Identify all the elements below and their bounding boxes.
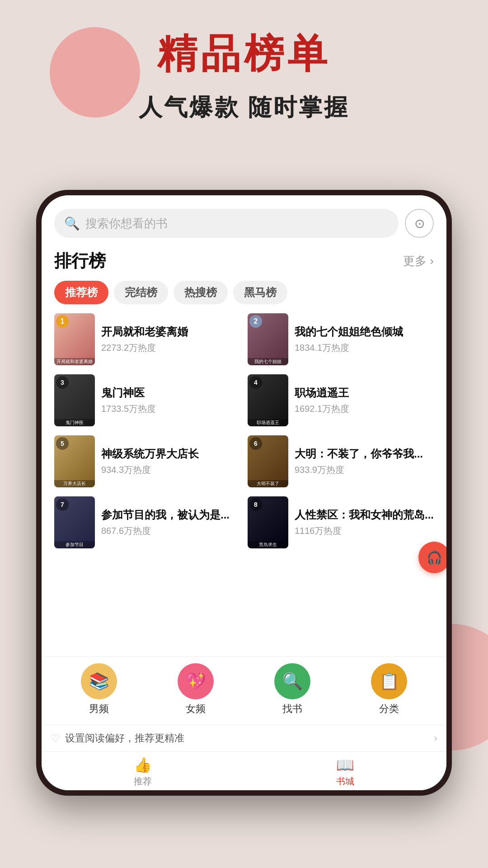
search-icon: 🔍 [64,216,80,231]
book-cover-6: 6 大明不装了 [248,435,288,487]
main-title: 精品榜单 [0,27,488,81]
category-icon-female: 💖 [178,663,214,699]
book-info-7: 参加节目的我，被认为是... 867.6万热度 [101,508,240,537]
category-classify[interactable]: 📋 分类 [371,663,407,716]
book-item-3[interactable]: 3 鬼门神医 鬼门神医 1733.5万热度 [54,374,240,426]
tab-bookstore-label: 书城 [336,775,354,788]
tab-dark-horse[interactable]: 黑马榜 [233,281,287,304]
book-grid: 1 开局就和老婆离婚 开局就和老婆离婚 2273.2万热度 2 我的七个姐姐 [54,313,434,548]
category-label-find: 找书 [282,702,302,716]
book-info-4: 职场逍遥王 1692.1万热度 [295,386,434,415]
rankings-title: 排行榜 [54,250,106,273]
phone-mockup: 🔍 搜索你想看的书 ⊙ 排行榜 更多 › 推荐榜 完结榜 热搜榜 [36,190,452,796]
rank-badge-7: 7 [56,498,69,511]
book-title-2: 我的七个姐姐绝色倾城 [295,325,434,339]
cover-text-4: 职场逍遥王 [248,419,288,426]
book-title-5: 神级系统万界大店长 [101,447,240,461]
book-cover-5: 5 万界大店长 [54,435,95,487]
book-heat-1: 2273.2万热度 [101,342,240,354]
book-heat-2: 1834.1万热度 [295,342,434,354]
book-heat-4: 1692.1万热度 [295,403,434,415]
category-label-female: 女频 [186,702,206,716]
bottom-categories: 📚 男频 💖 女频 🔍 找书 [51,663,437,716]
book-info-3: 鬼门神医 1733.5万热度 [101,386,240,415]
rank-badge-6: 6 [249,437,262,450]
book-item-6[interactable]: 6 大明不装了 大明：不装了，你爷爷我... 933.9万热度 [248,435,434,487]
tab-recommend[interactable]: 👍 推荐 [42,756,244,788]
screen-content: 🔍 搜索你想看的书 ⊙ 排行榜 更多 › 推荐榜 完结榜 热搜榜 [42,195,446,790]
tab-recommend-label: 推荐 [134,775,152,788]
rankings-section: 排行榜 更多 › 推荐榜 完结榜 热搜榜 黑马榜 1 开局就 [42,246,446,656]
tab-bar: 推荐榜 完结榜 热搜榜 黑马榜 [54,281,434,304]
more-link[interactable]: 更多 › [403,253,434,269]
rankings-header: 排行榜 更多 › [54,246,434,273]
book-item-4[interactable]: 4 职场逍遥王 职场逍遥王 1692.1万热度 [248,374,434,426]
book-cover-1: 1 开局就和老婆离婚 [54,313,95,365]
arrow-right-icon: › [434,732,437,744]
book-title-3: 鬼门神医 [101,386,240,400]
category-find-book[interactable]: 🔍 找书 [274,663,310,716]
book-cover-3: 3 鬼门神医 [54,374,95,426]
book-heat-7: 867.6万热度 [101,525,240,537]
book-cover-7: 7 参加节目 [54,496,95,548]
book-item-1[interactable]: 1 开局就和老婆离婚 开局就和老婆离婚 2273.2万热度 [54,313,240,365]
tab-recommended[interactable]: 推荐榜 [54,281,108,304]
scan-icon: ⊙ [414,216,425,231]
thumb-icon: 👍 [134,756,152,774]
book-icon: 📖 [336,756,354,774]
cover-text-2: 我的七个姐姐 [248,358,288,365]
rank-badge-3: 3 [56,376,69,389]
bottom-tab-bar: 👍 推荐 📖 书城 [42,751,446,790]
heart-icon: ♡ [51,732,61,745]
book-title-7: 参加节目的我，被认为是... [101,508,240,522]
book-title-4: 职场逍遥王 [295,386,434,400]
book-heat-3: 1733.5万热度 [101,403,240,415]
book-title-1: 开局就和老婆离婚 [101,325,240,339]
search-bar[interactable]: 🔍 搜索你想看的书 [54,209,399,238]
cover-text-1: 开局就和老婆离婚 [54,358,95,365]
category-icon-find: 🔍 [274,663,310,699]
book-info-5: 神级系统万界大店长 934.3万热度 [101,447,240,476]
book-info-2: 我的七个姐姐绝色倾城 1834.1万热度 [295,325,434,354]
book-item-7[interactable]: 7 参加节目 参加节目的我，被认为是... 867.6万热度 [54,496,240,548]
category-male[interactable]: 📚 男频 [81,663,117,716]
category-icon-male: 📚 [81,663,117,699]
rank-badge-5: 5 [56,437,69,450]
preference-banner[interactable]: ♡ 设置阅读偏好，推荐更精准 › [42,725,446,751]
header-area: 精品榜单 人气爆款 随时掌握 [0,27,488,123]
book-item-2[interactable]: 2 我的七个姐姐 我的七个姐姐绝色倾城 1834.1万热度 [248,313,434,365]
cover-text-6: 大明不装了 [248,480,288,487]
book-heat-6: 933.9万热度 [295,464,434,476]
category-label-male: 男频 [89,702,109,716]
classify-icon: 📋 [379,672,399,691]
cover-text-3: 鬼门神医 [54,419,95,426]
cover-text-8: 荒岛求生 [248,541,288,548]
cover-text-5: 万界大店长 [54,480,95,487]
rank-badge-2: 2 [249,315,262,328]
category-label-classify: 分类 [379,702,399,716]
book-item-8[interactable]: 8 荒岛求生 人性禁区：我和女神的荒岛... 1116万热度 [248,496,434,548]
scan-button[interactable]: ⊙ [405,209,434,238]
search-placeholder-text: 搜索你想看的书 [85,216,168,231]
rank-badge-1: 1 [56,315,69,328]
headphone-icon: 🎧 [427,550,442,565]
bottom-nav-area: 📚 男频 💖 女频 🔍 找书 [42,656,446,725]
book-item-5[interactable]: 5 万界大店长 神级系统万界大店长 934.3万热度 [54,435,240,487]
book-heat-5: 934.3万热度 [101,464,240,476]
book-info-1: 开局就和老婆离婚 2273.2万热度 [101,325,240,354]
tab-bookstore[interactable]: 📖 书城 [244,756,446,788]
rank-badge-8: 8 [249,498,262,511]
phone-screen: 🔍 搜索你想看的书 ⊙ 排行榜 更多 › 推荐榜 完结榜 热搜榜 [42,195,446,790]
find-icon: 🔍 [282,672,303,691]
search-bar-area: 🔍 搜索你想看的书 ⊙ [42,195,446,246]
female-icon: 💖 [186,672,206,691]
tab-completed[interactable]: 完结榜 [114,281,168,304]
book-heat-8: 1116万热度 [295,525,434,537]
audio-float-button[interactable]: 🎧 [418,542,446,573]
book-cover-2: 2 我的七个姐姐 [248,313,288,365]
tab-trending[interactable]: 热搜榜 [174,281,228,304]
category-icon-classify: 📋 [371,663,407,699]
book-info-6: 大明：不装了，你爷爷我... 933.9万热度 [295,447,434,476]
category-female[interactable]: 💖 女频 [178,663,214,716]
book-title-8: 人性禁区：我和女神的荒岛... [295,508,434,522]
